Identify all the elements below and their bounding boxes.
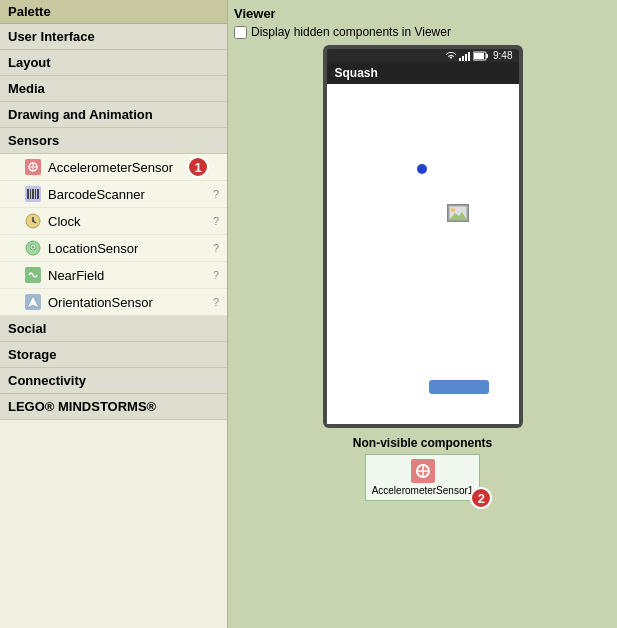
phone-screen [327, 84, 519, 424]
accelerometer-icon [24, 158, 42, 176]
palette-item-orientation[interactable]: OrientationSensor ? [0, 289, 227, 316]
palette-panel: Palette User Interface Layout Media Draw… [0, 0, 228, 628]
sidebar-item-sensors[interactable]: Sensors [0, 128, 227, 154]
paddle [429, 380, 489, 394]
phone-title-bar: Squash [327, 62, 519, 84]
svg-rect-22 [465, 54, 467, 61]
palette-item-accelerometer[interactable]: AccelerometerSensor 1 [0, 154, 227, 181]
signal-icon [459, 51, 471, 61]
non-visible-area: Non-visible components AccelerometerSens… [234, 436, 611, 501]
svg-rect-21 [462, 56, 464, 61]
sidebar-item-storage[interactable]: Storage [0, 342, 227, 368]
svg-rect-23 [468, 52, 470, 61]
sidebar-item-connectivity[interactable]: Connectivity [0, 368, 227, 394]
palette-item-nearfield[interactable]: NearField ? [0, 262, 227, 289]
ball-dot [417, 164, 427, 174]
non-visible-component-name: AccelerometerSensor1 [372, 485, 474, 496]
location-label: LocationSensor [48, 241, 209, 256]
main-container: Palette User Interface Layout Media Draw… [0, 0, 617, 628]
svg-rect-8 [35, 189, 36, 199]
battery-icon [473, 51, 489, 61]
wifi-icon [445, 51, 457, 61]
orientation-label: OrientationSensor [48, 295, 209, 310]
non-visible-component-wrapper: AccelerometerSensor1 2 [365, 454, 481, 501]
nearfield-label: NearField [48, 268, 209, 283]
status-time: 9:48 [493, 50, 512, 61]
viewer-panel: Viewer Display hidden components in View… [228, 0, 617, 628]
orientation-help[interactable]: ? [213, 296, 219, 308]
phone-screen-inner [327, 84, 519, 424]
palette-item-clock[interactable]: Clock ? [0, 208, 227, 235]
status-icons: 9:48 [445, 50, 512, 61]
badge-1: 1 [187, 156, 209, 178]
location-icon [24, 239, 42, 257]
svg-rect-7 [32, 189, 34, 199]
phone-app-name: Squash [335, 66, 378, 80]
non-visible-label: Non-visible components [234, 436, 611, 450]
barcode-label: BarcodeScanner [48, 187, 209, 202]
nearfield-help[interactable]: ? [213, 269, 219, 281]
display-hidden-label: Display hidden components in Viewer [251, 25, 451, 39]
phone-frame: 9:48 Squash [323, 45, 523, 428]
palette-item-location[interactable]: LocationSensor ? [0, 235, 227, 262]
sidebar-item-drawing-animation[interactable]: Drawing and Animation [0, 102, 227, 128]
svg-rect-20 [459, 58, 461, 61]
sensors-items: AccelerometerSensor 1 BarcodeScanner [0, 154, 227, 316]
badge-2: 2 [470, 487, 492, 509]
phone-status-bar: 9:48 [327, 49, 519, 62]
sidebar-item-lego[interactable]: LEGO® MINDSTORMS® [0, 394, 227, 420]
clock-help[interactable]: ? [213, 215, 219, 227]
clock-icon [24, 212, 42, 230]
barcode-icon [24, 185, 42, 203]
clock-label: Clock [48, 214, 209, 229]
display-hidden-checkbox[interactable] [234, 26, 247, 39]
svg-point-16 [32, 246, 35, 249]
svg-rect-5 [27, 189, 29, 199]
non-visible-component-accelerometer[interactable]: AccelerometerSensor1 [365, 454, 481, 501]
viewer-header: Viewer [234, 6, 611, 21]
location-help[interactable]: ? [213, 242, 219, 254]
sidebar-item-social[interactable]: Social [0, 316, 227, 342]
image-icon [447, 204, 469, 222]
non-visible-accelerometer-icon [411, 459, 435, 483]
orientation-icon [24, 293, 42, 311]
barcode-help[interactable]: ? [213, 188, 219, 200]
nearfield-icon [24, 266, 42, 284]
sidebar-item-media[interactable]: Media [0, 76, 227, 102]
sidebar-item-user-interface[interactable]: User Interface [0, 24, 227, 50]
svg-rect-9 [37, 189, 39, 199]
svg-rect-25 [486, 54, 488, 58]
palette-item-barcode[interactable]: BarcodeScanner ? [0, 181, 227, 208]
svg-rect-26 [474, 53, 484, 59]
display-hidden-row: Display hidden components in Viewer [234, 25, 611, 39]
svg-point-13 [32, 220, 34, 222]
palette-header: Palette [0, 0, 227, 24]
svg-rect-6 [30, 189, 31, 199]
sidebar-item-layout[interactable]: Layout [0, 50, 227, 76]
svg-point-30 [451, 208, 455, 212]
